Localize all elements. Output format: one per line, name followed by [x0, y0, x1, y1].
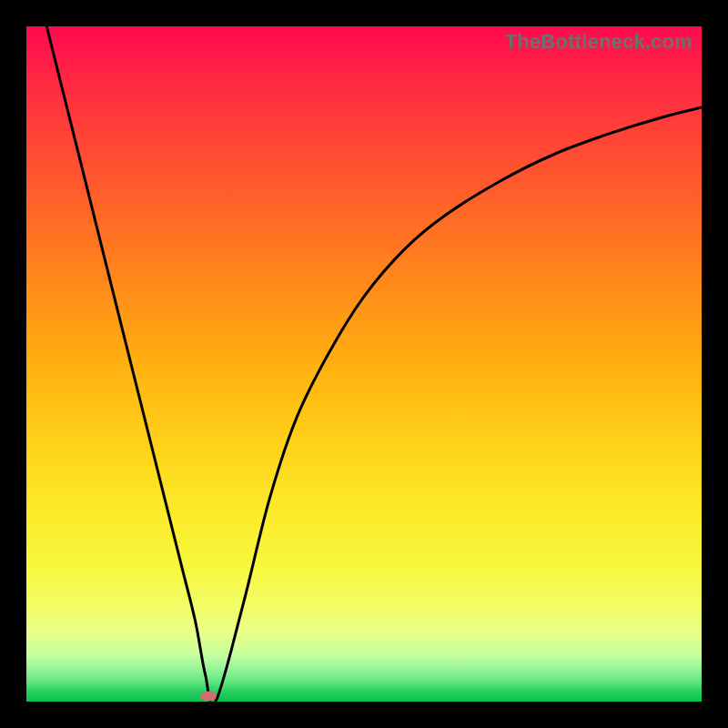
optimum-marker [200, 692, 217, 702]
bottleneck-curve [26, 26, 702, 702]
chart-frame: TheBottleneck.com [0, 0, 728, 728]
plot-area: TheBottleneck.com [26, 26, 702, 702]
